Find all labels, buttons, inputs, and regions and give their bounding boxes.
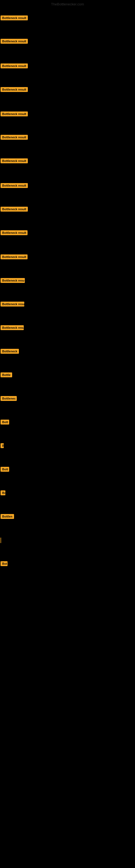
bottleneck-badge: Bottleneck result: [1, 39, 28, 44]
bottleneck-result-row: Bottleneck resu: [1, 278, 25, 284]
bottleneck-result-row: Bottleneck result: [1, 39, 28, 45]
vertical-line: [1, 538, 1, 543]
bottleneck-badge: Bottleneck result: [1, 16, 28, 20]
bottleneck-badge: Bottleneck result: [1, 207, 28, 212]
bottleneck-badge: Bottleneck result: [1, 158, 28, 163]
bottleneck-badge: Bottle: [1, 372, 12, 377]
bottleneck-badge: B: [1, 443, 4, 448]
bottleneck-badge: Bottlen: [1, 514, 14, 519]
bottleneck-result-row: Bottleneck result: [1, 207, 28, 213]
bottleneck-result-row: Bottleneck result: [1, 16, 28, 22]
bottleneck-result-row: Bottleneck resu: [1, 325, 24, 331]
bottleneck-result-row: Bottleneck result: [1, 87, 28, 93]
bottleneck-badge: Bottleneck result: [1, 230, 28, 235]
bottleneck-result-row: Bottleneck result: [1, 254, 28, 260]
bottleneck-badge: Bottleneck result: [1, 135, 28, 140]
bottleneck-result-row: Bottleneck resu: [1, 302, 24, 308]
bottleneck-badge: Bott: [1, 467, 9, 472]
bottleneck-result-row: Bottleneck result: [1, 158, 28, 164]
bottleneck-badge: Bottleneck result: [1, 254, 28, 259]
bottleneck-result-row: Bottleneck result: [1, 135, 28, 141]
bottleneck-badge: Bottleneck resu: [1, 302, 24, 307]
bottleneck-badge: Bo: [1, 490, 5, 495]
bottleneck-result-row: Bott: [1, 420, 9, 426]
bottleneck-result-row: Bottlenec: [1, 396, 17, 402]
bottleneck-badge: Bottleneck result: [1, 63, 28, 68]
bottleneck-result-row: Bottlen: [1, 514, 14, 520]
bottleneck-result-row: Bottleneck result: [1, 230, 28, 236]
bottleneck-badge: Bottleneck result: [1, 87, 28, 92]
bottleneck-result-row: Bottleneck result: [1, 183, 28, 189]
bottleneck-result-row: Bottle: [1, 372, 12, 378]
bottleneck-result-row: Bot: [1, 561, 8, 567]
bottleneck-result-row: Bottleneck result: [1, 63, 28, 69]
bottleneck-result-row: Bott: [1, 467, 9, 473]
site-title: TheBottlenecker.com: [0, 2, 135, 6]
bottleneck-badge: Bot: [1, 561, 8, 566]
bottleneck-result-row: [1, 538, 1, 543]
bottleneck-result-row: Bottleneck: [1, 349, 19, 355]
bottleneck-badge: Bottleneck resu: [1, 325, 24, 330]
bottleneck-result-row: Bottleneck result: [1, 112, 28, 118]
bottleneck-badge: Bottleneck result: [1, 183, 28, 188]
bottleneck-result-row: B: [1, 443, 4, 449]
bottleneck-badge: Bottleneck: [1, 349, 19, 354]
bottleneck-badge: Bottleneck result: [1, 112, 28, 116]
bottleneck-badge: Bott: [1, 420, 9, 425]
bottleneck-badge: Bottlenec: [1, 396, 17, 401]
bottleneck-result-row: Bo: [1, 490, 5, 496]
bottleneck-badge: Bottleneck resu: [1, 278, 25, 283]
